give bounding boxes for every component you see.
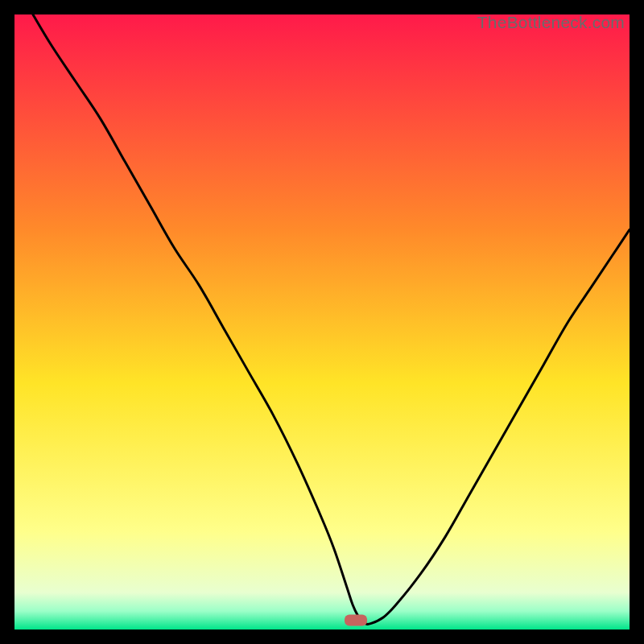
watermark-text: TheBottleneck.com	[477, 13, 625, 32]
minimum-marker	[345, 615, 367, 626]
chart-frame: TheBottleneck.com	[14, 14, 630, 630]
chart-svg	[14, 14, 630, 630]
chart-background	[14, 14, 630, 630]
